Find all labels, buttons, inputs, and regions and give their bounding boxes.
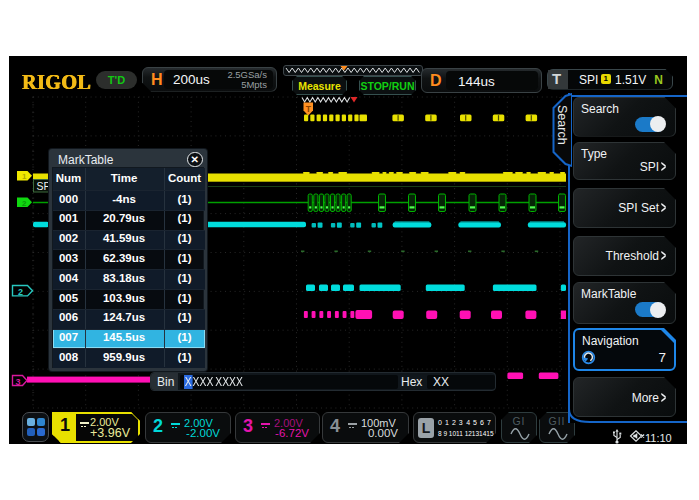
svg-text:2: 2 (18, 287, 23, 297)
svg-text:3: 3 (16, 377, 21, 387)
svg-text:2: 2 (22, 199, 27, 208)
svg-text:T: T (306, 104, 312, 114)
svg-text:1: 1 (22, 172, 27, 181)
